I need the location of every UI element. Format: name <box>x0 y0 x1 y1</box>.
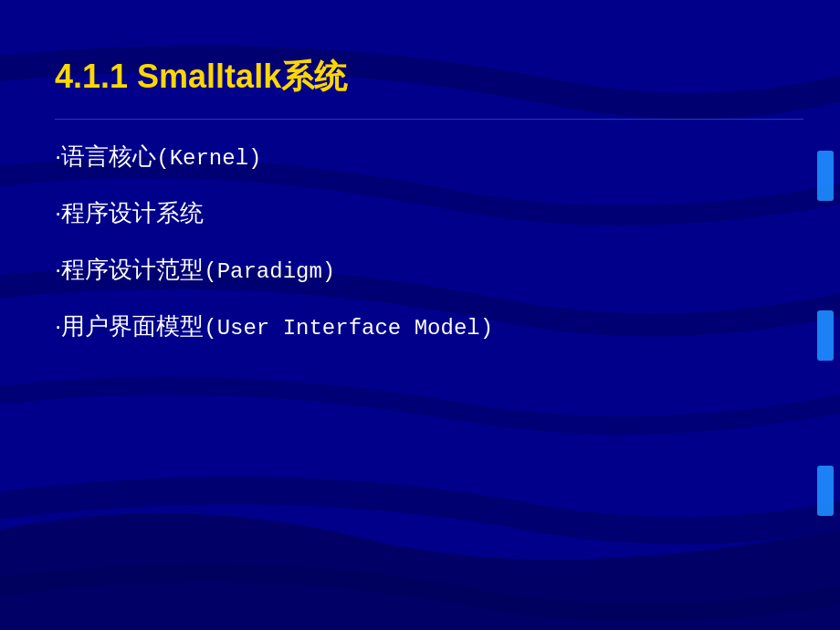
bullet-text-2-prefix: ·程序设计系统 <box>55 199 204 226</box>
bullet-item-1: ·语言核心(Kernel) <box>55 142 493 173</box>
slide-title: 4.1.1 Smalltalk系统 <box>55 55 347 100</box>
bullet-text-4-mono: (User Interface Model) <box>204 316 493 341</box>
bullet-item-2: ·程序设计系统 <box>55 198 493 229</box>
bullet-item-3: ·程序设计范型(Paradigm) <box>55 255 493 286</box>
svg-rect-2 <box>817 466 834 516</box>
svg-rect-1 <box>817 310 834 361</box>
bullet-text-1-mono: (Kernel) <box>156 146 261 171</box>
svg-rect-0 <box>817 151 834 201</box>
bullet-text-1-prefix: ·语言核心 <box>55 142 156 170</box>
bullet-text-3-mono: (Paradigm) <box>204 259 335 284</box>
title-divider <box>55 119 803 120</box>
bullet-text-4-prefix: ·用户界面模型 <box>55 312 204 340</box>
slide: 4.1.1 Smalltalk系统 ·语言核心(Kernel) ·程序设计系统 … <box>0 0 840 630</box>
bullet-text-3-prefix: ·程序设计范型 <box>55 256 204 283</box>
bullet-item-4: ·用户界面模型(User Interface Model) <box>55 311 493 342</box>
content-area: ·语言核心(Kernel) ·程序设计系统 ·程序设计范型(Paradigm) … <box>55 142 493 342</box>
